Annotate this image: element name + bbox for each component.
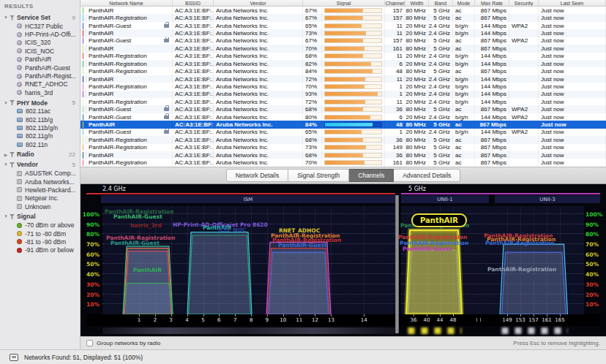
table-row[interactable]: PanthAIRAC:A3:1E:BF:...Aruba Networks In… — [81, 121, 606, 128]
sidebar-item-icis-noc[interactable]: ICIS_NOC — [0, 47, 80, 55]
sidebar-item-802-11g-n[interactable]: 802.11g/n — [0, 132, 80, 140]
table-row[interactable]: PanthAIR-RegistrationAC:A3:1E:BF:...Arub… — [81, 14, 606, 21]
max-rate-cell: 144 Mbps — [475, 83, 509, 90]
group-by-radio-checkbox[interactable] — [86, 340, 93, 346]
table-row[interactable]: PanthAIRAC:A3:1E:BF:...Aruba Networks In… — [81, 151, 606, 159]
width-cell: 20 MHz — [405, 53, 429, 60]
table-row[interactable]: PanthAIR-RegistrationAC:A3:1E:BF:...Arub… — [81, 83, 606, 90]
bssid-cell: AC:A3:1E:BF:... — [173, 159, 214, 166]
network-list-icon[interactable] — [10, 354, 18, 361]
mode-cell: b/g/n — [453, 129, 475, 136]
esc-hint: Press Esc to remove highlighting. — [513, 340, 600, 346]
sidebar-item-802-11ac[interactable]: 802.11ac — [0, 107, 80, 115]
vendor-cell: Aruba Networks Inc. — [214, 75, 303, 83]
y-axis-label-left: 20% — [81, 292, 100, 298]
disclosure-triangle-icon[interactable]: ▼ — [3, 101, 9, 105]
sidebar-item-label: Unknown — [25, 203, 50, 211]
sidebar-item-panthair-regist[interactable]: PanthAIR-Regist... — [0, 72, 80, 80]
table-row[interactable]: PanthAIRAC:A3:1E:BF:...Aruba Networks In… — [81, 29, 606, 37]
sidebar-group-count: 22 — [69, 151, 75, 158]
sidebar-item-panthair-guest[interactable]: PanthAIR-Guest — [0, 64, 80, 72]
table-row[interactable]: PanthAIR-GuestAC:A3:1E:BF:...Aruba Netwo… — [81, 37, 606, 45]
congestion-bar-2-4-ghz — [102, 327, 395, 334]
table-row[interactable]: PanthAIRAC:A3:1E:BF:...Aruba Networks In… — [81, 75, 606, 83]
bssid-cell: AC:A3:1E:BF:... — [173, 53, 214, 60]
column-header-signal[interactable]: Signal — [303, 0, 385, 6]
sidebar-item-802-11b-g[interactable]: 802.11b/g — [0, 115, 80, 124]
table-row[interactable]: PanthAIR-RegistrationAC:A3:1E:BF:...Arub… — [81, 53, 606, 60]
tab-signal-strength[interactable]: Signal Strength — [288, 169, 349, 182]
band-cell: 2.4 GHz — [429, 91, 453, 98]
column-header-network-name[interactable]: Network Name — [81, 0, 173, 6]
table-row[interactable]: PanthAIR-GuestAC:A3:1E:BF:...Aruba Netwo… — [81, 129, 606, 136]
table-row[interactable]: PanthAIR-RegistrationAC:A3:1E:BF:...Arub… — [81, 60, 606, 67]
security-cell — [509, 151, 539, 159]
sidebar-item-rnet-adhoc[interactable]: RNET_ADHOC — [0, 80, 80, 88]
y-axis-label-left: 30% — [81, 281, 100, 288]
sidebar-item-unknown[interactable]: Unknown — [0, 202, 80, 211]
column-header-channel[interactable]: Channel — [385, 0, 405, 6]
column-header-width[interactable]: Width — [405, 0, 429, 6]
y-axis-label-left: 50% — [81, 261, 100, 268]
sidebar-item-hp-print-ad-offi[interactable]: HP-Print-AD-Offi... — [0, 30, 80, 38]
sidebar-group-signal[interactable]: ▼Signal — [0, 212, 80, 221]
signal-percent-cell: 93% — [303, 91, 322, 98]
table-row[interactable]: PanthAIRAC:A3:1E:BF:...Aruba Networks In… — [81, 7, 606, 14]
max-rate-cell: 867 Mbps — [475, 136, 509, 143]
sidebar-item-aruba-networks[interactable]: Aruba Networks... — [0, 178, 80, 186]
band-segment-unii-1: UNII-1 — [401, 195, 489, 203]
table-row[interactable]: PanthAIR-RegistrationAC:A3:1E:BF:...Arub… — [81, 98, 606, 105]
table-row[interactable]: PanthAIR-RegistrationAC:A3:1E:BF:...Arub… — [81, 67, 606, 75]
sidebar-group-service-set[interactable]: ▼Service Set9 — [0, 13, 80, 22]
sidebar-item-hewlett-packard[interactable]: Hewlett-Packard... — [0, 186, 80, 194]
sidebar-group-radio[interactable]: ▶Radio22 — [0, 150, 80, 159]
sidebar-item-802-11b-g-n[interactable]: 802.11b/g/n — [0, 124, 80, 132]
width-cell: 80 MHz — [405, 67, 429, 75]
tab-channels[interactable]: Channels — [349, 169, 394, 182]
column-header-bssid[interactable]: BSSID — [173, 0, 214, 6]
sidebar-item-asustek-comp[interactable]: ASUSTeK Comp... — [0, 169, 80, 177]
sidebar-item-71-to-80-dbm[interactable]: -71 to -80 dBm — [0, 230, 80, 238]
sidebar-item-70-dbm-or-above[interactable]: -70 dBm or above — [0, 221, 80, 229]
band-cell: 2.4 GHz — [429, 60, 453, 67]
sidebar-item-hc327-public[interactable]: HC327 Public — [0, 22, 80, 30]
sidebar-item-91-dbm-or-below[interactable]: -91 dBm or below — [0, 246, 80, 254]
table-row[interactable]: PanthAIR-RegistrationAC:A3:1E:BF:...Arub… — [81, 144, 606, 151]
column-header-band[interactable]: Band — [429, 0, 453, 6]
networks-found-status: Networks Found: 51, Displayed: 51 (100%) — [24, 354, 143, 361]
sidebar-item-802-11n[interactable]: 802.11n — [0, 140, 80, 148]
sidebar-group-vendor[interactable]: ▼Vendor5 — [0, 160, 80, 169]
sidebar-item-icis-320[interactable]: ICIS_320 — [0, 39, 80, 47]
column-header-mode[interactable]: Mode — [453, 0, 475, 6]
tab-advanced-details[interactable]: Advanced Details — [394, 169, 460, 182]
column-header-max-rate[interactable]: Max Rate — [475, 0, 509, 6]
table-row[interactable]: PanthAIR-RegistrationAC:A3:1E:BF:...Arub… — [81, 159, 606, 166]
bssid-cell: AC:A3:1E:BF:... — [173, 22, 214, 29]
column-header-vendor[interactable]: Vendor — [214, 0, 303, 6]
sidebar-item-panthair[interactable]: PanthAIR — [0, 56, 80, 64]
sidebar-item-harris-3rd[interactable]: harris_3rd — [0, 88, 80, 96]
signal-bar-cell — [322, 14, 385, 21]
disclosure-triangle-icon[interactable]: ▼ — [3, 162, 9, 167]
table-row[interactable]: PanthAIR-GuestAC:A3:1E:BF:...Aruba Netwo… — [81, 22, 606, 29]
disclosure-triangle-icon[interactable]: ▶ — [3, 152, 9, 157]
sidebar-group-phy-mode[interactable]: ▼PHY Mode5 — [0, 99, 80, 107]
column-header-security[interactable]: Security — [509, 0, 539, 6]
bssid-cell: AC:A3:1E:BF:... — [173, 105, 214, 113]
tab-network-details[interactable]: Network Details — [226, 169, 289, 182]
sidebar-item-81-to-90-dbm[interactable]: -81 to -90 dBm — [0, 238, 80, 246]
channel-cell: 36 — [385, 136, 405, 143]
table-row[interactable]: PanthAIRAC:A3:1E:BF:...Aruba Networks In… — [81, 91, 606, 98]
disclosure-triangle-icon[interactable]: ▼ — [3, 214, 9, 219]
table-row[interactable]: PanthAIR-GuestAC:A3:1E:BF:...Aruba Netwo… — [81, 105, 606, 113]
table-row[interactable]: PanthAIR-GuestAC:A3:1E:BF:...Aruba Netwo… — [81, 113, 606, 121]
vendor-cell: Aruba Networks Inc. — [214, 83, 303, 90]
security-cell — [509, 14, 539, 21]
column-header-last-seen[interactable]: Last Seen — [539, 0, 606, 6]
table-row[interactable]: PanthAIRAC:A3:1E:BF:...Aruba Networks In… — [81, 45, 606, 52]
channel-cell: 11 — [385, 29, 405, 37]
width-cell: 20 MHz — [405, 22, 429, 29]
disclosure-triangle-icon[interactable]: ▼ — [3, 15, 9, 20]
sidebar-item-netgear-inc[interactable]: Netgear Inc. — [0, 194, 80, 202]
table-row[interactable]: PanthAIR-RegistrationAC:A3:1E:BF:...Arub… — [81, 136, 606, 143]
